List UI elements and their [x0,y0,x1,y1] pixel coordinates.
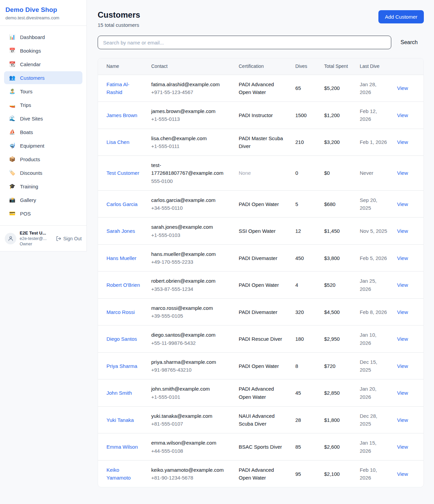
customer-certification: PADI Advanced Open Water [239,386,274,399]
customer-last-dive: Jan 25, 2026 [360,278,376,292]
customer-name-link[interactable]: Priya Sharma [106,363,137,369]
customer-certification: PADI Rescue Diver [239,336,282,342]
customer-name-link[interactable]: Keiko Yamamoto [106,467,131,481]
customer-dives: 5 [295,201,298,207]
search-input[interactable] [98,36,391,49]
customer-last-dive: Never [360,170,373,176]
customer-total-spent: $1,200 [324,112,340,118]
customer-total-spent: $2,100 [324,471,340,477]
sidebar-item-dashboard[interactable]: 📊 Dashboard [4,31,82,43]
customer-phone: +49-170-555-2233 [151,258,231,266]
col-header-actions [393,58,424,75]
customer-name-link[interactable]: Marco Rossi [106,309,135,315]
col-header-name: Name [98,58,147,75]
customer-total-spent: $680 [324,201,335,207]
sidebar-item-gallery[interactable]: 📸 Gallery [4,193,82,206]
sidebar-nav: 📊 Dashboard 📅 Bookings 📆 Calendar 👥 Cust… [0,26,86,225]
customer-phone: 555-0100 [151,177,231,185]
view-customer-link[interactable]: View [397,390,408,396]
page-title: Customers [98,10,140,20]
view-customer-link[interactable]: View [397,112,408,118]
customer-last-dive: Dec 28, 2025 [360,413,377,427]
view-customer-link[interactable]: View [397,417,408,423]
view-customer-link[interactable]: View [397,228,408,234]
customer-dives: 95 [295,471,301,477]
customer-last-dive: Dec 15, 2025 [360,359,377,373]
customer-email: keiko.yamamoto@example.com [151,466,231,474]
boats-icon: ⛵ [9,129,16,135]
sidebar-item-products[interactable]: 📦 Products [4,153,82,166]
table-row: Fatima Al-Rashid fatima.alrashid@example… [98,75,424,102]
user-email: e2e-tester@... [20,236,53,241]
view-customer-link[interactable]: View [397,336,408,342]
bookings-icon: 📅 [9,48,16,54]
view-customer-link[interactable]: View [397,444,408,450]
view-customer-link[interactable]: View [397,282,408,288]
sidebar-item-training[interactable]: 🎓 Training [4,180,82,193]
customer-phone: +81-90-1234-5678 [151,474,231,482]
customer-certification: PADI Open Water [239,201,279,207]
customer-name-link[interactable]: Fatima Al-Rashid [106,81,130,95]
customer-email: fatima.alrashid@example.com [151,80,231,88]
view-customer-link[interactable]: View [397,471,408,477]
table-row: Emma Wilson emma.wilson@example.com +44-… [98,433,424,461]
customer-email: james.brown@example.com [151,107,231,115]
customer-phone: +1-555-0111 [151,142,231,150]
customer-dives: 4 [295,282,298,288]
calendar-icon: 📆 [9,61,16,67]
customer-certification: NAUI Advanced Scuba Diver [239,413,275,427]
sidebar-item-boats[interactable]: ⛵ Boats [4,126,82,138]
search-button[interactable]: Search [400,39,418,45]
customer-name-link[interactable]: Robert O'Brien [106,282,140,288]
customer-phone: +1-555-0103 [151,231,231,239]
customer-phone: +39-555-0105 [151,312,231,320]
view-customer-link[interactable]: View [397,201,408,207]
customer-name-link[interactable]: Emma Wilson [106,444,138,450]
customer-name-link[interactable]: Diego Santos [106,336,137,342]
sidebar-item-discounts[interactable]: 🏷️ Discounts [4,166,82,179]
customer-last-dive: Feb 12, 2026 [360,108,377,122]
view-customer-link[interactable]: View [397,309,408,315]
customer-total-spent: $0 [324,170,330,176]
table-row: Lisa Chen lisa.chen@example.com +1-555-0… [98,129,424,156]
customers-table: Name Contact Certification Dives Total S… [98,58,424,487]
view-customer-link[interactable]: View [397,363,408,369]
view-customer-link[interactable]: View [397,85,408,91]
customer-name-link[interactable]: Lisa Chen [106,139,130,145]
customer-last-dive: Feb 10, 2026 [360,467,377,481]
avatar [5,233,16,244]
sidebar-item-customers[interactable]: 👥 Customers [4,71,82,84]
sidebar-item-equipment[interactable]: 🤿 Equipment [4,139,82,152]
customer-name-link[interactable]: James Brown [106,112,137,118]
customer-name-link[interactable]: Carlos Garcia [106,201,138,207]
customer-dives: 8 [295,363,298,369]
sign-out-button[interactable]: Sign Out [56,236,82,241]
table-row: Test Customer test-1772681807767@example… [98,156,424,191]
sidebar-item-dive-sites[interactable]: 🌊 Dive Sites [4,112,82,125]
customer-name-link[interactable]: Hans Mueller [106,255,136,261]
view-customer-link[interactable]: View [397,255,408,261]
customer-certification: SSI Open Water [239,228,276,234]
sign-out-label: Sign Out [63,236,82,241]
sidebar-item-calendar[interactable]: 📆 Calendar [4,58,82,71]
sidebar-item-pos[interactable]: 💳 POS [4,207,82,220]
customer-certification: PADI Divemaster [239,309,277,315]
user-icon [8,236,14,241]
customer-last-dive: Jan 10, 2026 [360,332,376,346]
customer-email: yuki.tanaka@example.com [151,412,231,420]
add-customer-button[interactable]: Add Customer [378,10,424,23]
customer-name-link[interactable]: Test Customer [106,170,139,176]
customer-name-link[interactable]: Yuki Tanaka [106,417,134,423]
customer-name-link[interactable]: Sarah Jones [106,228,135,234]
pos-icon: 💳 [9,210,16,217]
sidebar-item-trips[interactable]: 🚤 Trips [4,98,82,111]
customer-phone: +353-87-555-1234 [151,285,231,293]
customer-certification: PADI Instructor [239,112,273,118]
customer-name-link[interactable]: John Smith [106,390,132,396]
customer-dives: 65 [295,85,301,91]
sidebar-item-tours[interactable]: 🏝️ Tours [4,85,82,98]
sidebar-item-bookings[interactable]: 📅 Bookings [4,44,82,57]
view-customer-link[interactable]: View [397,170,408,176]
view-customer-link[interactable]: View [397,139,408,145]
search-row: Search [98,36,424,49]
